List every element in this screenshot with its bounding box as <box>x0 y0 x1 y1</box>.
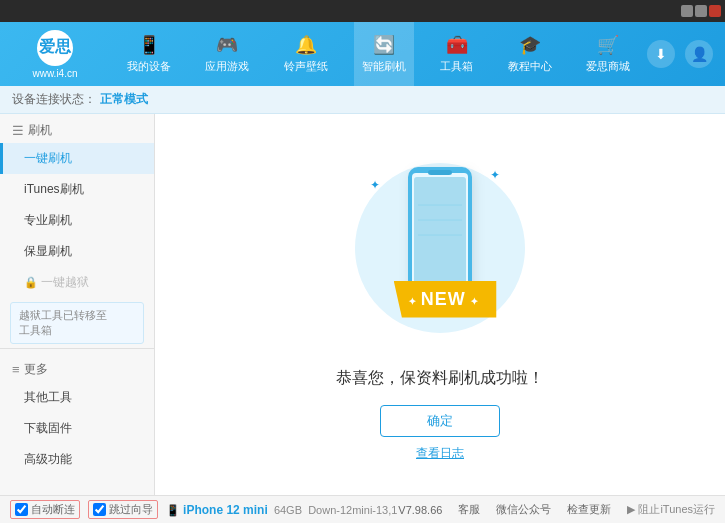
itunes-status-label: 阻止iTunes运行 <box>638 502 715 517</box>
nav-bar: 📱 我的设备 🎮 应用游戏 🔔 铃声壁纸 🔄 智能刷机 🧰 工具箱 🎓 教程中心… <box>110 22 647 86</box>
device-storage: 64GB <box>271 504 305 516</box>
bottom-bar: 自动断连 跳过向导 📱 iPhone 12 mini 64GB Down-12m… <box>0 495 725 523</box>
more-section-icon: ≡ <box>12 362 20 377</box>
smart-flash-label: 智能刷机 <box>362 59 406 74</box>
advanced-label: 高级功能 <box>24 452 72 466</box>
sparkle-icon-1: ✦ <box>370 178 380 192</box>
close-button[interactable] <box>709 5 721 17</box>
toolbox-icon: 🧰 <box>446 34 468 56</box>
lock-icon: 🔒 <box>24 276 38 289</box>
flash-section-label: 刷机 <box>28 122 52 139</box>
itunes-status: ▶ 阻止iTunes运行 <box>627 502 715 517</box>
nav-right-buttons: ⬇ 👤 <box>647 40 725 68</box>
sidebar-item-advanced[interactable]: 高级功能 <box>0 444 154 475</box>
ringtone-label: 铃声壁纸 <box>284 59 328 74</box>
skip-wizard-checkbox[interactable]: 跳过向导 <box>88 500 158 519</box>
logo-area: 爱思 www.i4.cn <box>0 30 110 79</box>
smart-flash-icon: 🔄 <box>373 34 395 56</box>
download-button[interactable]: ⬇ <box>647 40 675 68</box>
svg-rect-4 <box>428 170 452 175</box>
sidebar-section-flash: ☰ 刷机 <box>0 114 154 143</box>
app-games-label: 应用游戏 <box>205 59 249 74</box>
app-games-icon: 🎮 <box>216 34 238 56</box>
nav-my-device[interactable]: 📱 我的设备 <box>119 22 179 86</box>
header: 爱思 www.i4.cn 📱 我的设备 🎮 应用游戏 🔔 铃声壁纸 🔄 智能刷机… <box>0 22 725 86</box>
tutorial-icon: 🎓 <box>519 34 541 56</box>
auto-disconnect-checkbox[interactable]: 自动断连 <box>10 500 80 519</box>
itunes-status-icon: ▶ <box>627 503 635 516</box>
maximize-button[interactable] <box>695 5 707 17</box>
download-firmware-label: 下载固件 <box>24 421 72 435</box>
success-illustration: ✦ ✦ NEW <box>340 148 540 348</box>
sidebar-item-one-click-flash[interactable]: 一键刷机 <box>0 143 154 174</box>
title-bar <box>0 0 725 22</box>
device-name: iPhone 12 mini <box>183 503 268 517</box>
confirm-button[interactable]: 确定 <box>380 405 500 437</box>
more-section-label: 更多 <box>24 361 48 378</box>
version-label: V7.98.66 <box>398 504 442 516</box>
content-area: ✦ ✦ NEW <box>155 114 725 495</box>
nav-mall[interactable]: 🛒 爱思商城 <box>578 22 638 86</box>
other-tools-label: 其他工具 <box>24 390 72 404</box>
wechat-official-link[interactable]: 微信公众号 <box>496 502 551 517</box>
user-button[interactable]: 👤 <box>685 40 713 68</box>
bottom-left: 自动断连 跳过向导 📱 iPhone 12 mini 64GB Down-12m… <box>10 500 398 519</box>
skip-wizard-label: 跳过向导 <box>109 502 153 517</box>
one-click-flash-label: 一键刷机 <box>24 151 72 165</box>
sidebar-item-pro-flash[interactable]: 专业刷机 <box>0 205 154 236</box>
auto-disconnect-input[interactable] <box>15 503 28 516</box>
nav-app-games[interactable]: 🎮 应用游戏 <box>197 22 257 86</box>
tutorial-label: 教程中心 <box>508 59 552 74</box>
device-model: Down-12mini-13,1 <box>308 504 397 516</box>
status-value: 正常模式 <box>100 91 148 108</box>
my-device-label: 我的设备 <box>127 59 171 74</box>
minimize-button[interactable] <box>681 5 693 17</box>
check-update-link[interactable]: 检查更新 <box>567 502 611 517</box>
logo-url: www.i4.cn <box>32 68 77 79</box>
jailbreak-label: 一键越狱 <box>41 274 89 291</box>
my-device-icon: 📱 <box>138 34 160 56</box>
sidebar-item-itunes-flash[interactable]: iTunes刷机 <box>0 174 154 205</box>
customer-service-link[interactable]: 客服 <box>458 502 480 517</box>
status-bar: 设备连接状态： 正常模式 <box>0 86 725 114</box>
mall-label: 爱思商城 <box>586 59 630 74</box>
sidebar-item-other-tools[interactable]: 其他工具 <box>0 382 154 413</box>
sidebar-item-download-firmware[interactable]: 下载固件 <box>0 413 154 444</box>
sidebar-item-jailbreak: 🔒 一键越狱 <box>0 267 154 298</box>
nav-tutorial[interactable]: 🎓 教程中心 <box>500 22 560 86</box>
save-flash-label: 保显刷机 <box>24 244 72 258</box>
sidebar: ☰ 刷机 一键刷机 iTunes刷机 专业刷机 保显刷机 🔒 一键越狱 越狱工具… <box>0 114 155 495</box>
auto-disconnect-label: 自动断连 <box>31 502 75 517</box>
pro-flash-label: 专业刷机 <box>24 213 72 227</box>
sidebar-note-jailbreak: 越狱工具已转移至工具箱 <box>10 302 144 344</box>
sidebar-section-more: ≡ 更多 <box>0 353 154 382</box>
sidebar-divider <box>0 348 154 349</box>
flash-section-icon: ☰ <box>12 123 24 138</box>
logo-icon: 爱思 <box>37 30 73 66</box>
main-layout: ☰ 刷机 一键刷机 iTunes刷机 专业刷机 保显刷机 🔒 一键越狱 越狱工具… <box>0 114 725 495</box>
nav-toolbox[interactable]: 🧰 工具箱 <box>432 22 481 86</box>
new-banner: NEW <box>394 281 497 318</box>
itunes-flash-label: iTunes刷机 <box>24 182 84 196</box>
device-info: 📱 iPhone 12 mini 64GB Down-12mini-13,1 <box>166 503 398 517</box>
view-log-link[interactable]: 查看日志 <box>416 445 464 462</box>
status-label: 设备连接状态： <box>12 91 96 108</box>
nav-ringtone-wallpaper[interactable]: 🔔 铃声壁纸 <box>276 22 336 86</box>
sparkle-icon-2: ✦ <box>490 168 500 182</box>
window-controls <box>681 5 721 17</box>
svg-rect-2 <box>414 177 466 285</box>
ringtone-icon: 🔔 <box>295 34 317 56</box>
note-text: 越狱工具已转移至工具箱 <box>19 309 107 336</box>
skip-wizard-input[interactable] <box>93 503 106 516</box>
bottom-right: V7.98.66 客服 微信公众号 检查更新 <box>398 502 611 517</box>
success-title: 恭喜您，保资料刷机成功啦！ <box>336 368 544 389</box>
nav-smart-flash[interactable]: 🔄 智能刷机 <box>354 22 414 86</box>
sidebar-item-save-flash[interactable]: 保显刷机 <box>0 236 154 267</box>
toolbox-label: 工具箱 <box>440 59 473 74</box>
mall-icon: 🛒 <box>597 34 619 56</box>
